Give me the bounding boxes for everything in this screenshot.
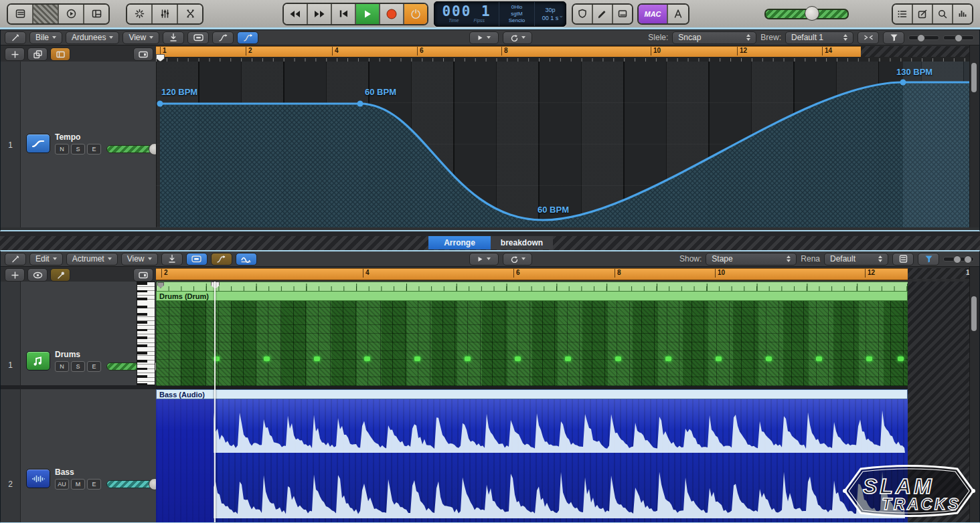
import-icon[interactable] (163, 31, 184, 44)
midi-note[interactable] (766, 356, 772, 361)
brush-button[interactable] (50, 268, 70, 282)
rewind-button[interactable] (284, 4, 308, 24)
media-box-icon[interactable] (613, 5, 632, 23)
menu-view[interactable]: View (121, 253, 158, 266)
ruler-bar-number[interactable]: 14 (822, 47, 832, 56)
library-icon[interactable] (8, 5, 33, 23)
h-zoom-slider[interactable] (908, 35, 939, 40)
ruler-bar-number[interactable]: 6 (417, 47, 424, 56)
menu-file[interactable]: Bile (29, 31, 62, 44)
zoom-thumb[interactable] (955, 34, 963, 42)
volume-thumb[interactable] (805, 6, 819, 21)
play-button[interactable] (356, 4, 380, 24)
ruler-bar-number[interactable]: 6 (513, 269, 520, 278)
midi-note[interactable] (515, 356, 521, 361)
ruler-bar-number[interactable]: 4 (332, 47, 339, 56)
piano-keyboard-strip[interactable] (137, 282, 155, 385)
quick-play-icon[interactable] (59, 5, 84, 23)
menu-edit[interactable]: Edit (29, 253, 63, 266)
tab-breakdown[interactable]: breakdown (491, 236, 553, 249)
workspace-icon[interactable] (84, 5, 108, 23)
automation-curve-icon[interactable] (212, 31, 234, 44)
add-track-button[interactable] (5, 268, 25, 282)
display-mode-icon[interactable] (187, 31, 209, 44)
track-button-s[interactable]: S (71, 361, 85, 372)
menu-view[interactable]: View (122, 31, 159, 44)
list-detail-icon[interactable] (892, 253, 914, 266)
mini-loop-button[interactable] (503, 31, 532, 44)
tempo-automation-curve[interactable] (156, 62, 971, 227)
mini-play-button[interactable] (469, 253, 499, 266)
bass-region[interactable] (156, 399, 909, 522)
zoom-thumb[interactable] (917, 34, 925, 42)
ruler-bar-number[interactable]: 8 (501, 47, 508, 56)
ruler-bar-number[interactable]: 10 (715, 269, 725, 278)
zoom-thumb[interactable] (964, 255, 972, 264)
midi-note[interactable] (615, 356, 621, 361)
tempo-track-header[interactable]: 1 Tempo N S E (1, 62, 157, 227)
lcd-display[interactable]: 000 1 TimeFipss 0Hlo sgtM Sencio 30p 00 … (434, 1, 566, 27)
midi-note[interactable] (898, 356, 904, 361)
compose-icon[interactable] (913, 5, 933, 23)
midi-note[interactable] (866, 356, 872, 361)
scroll-thumb[interactable] (971, 63, 977, 92)
track-button-s[interactable]: S (71, 144, 85, 154)
ruler-bar-number[interactable]: 8 (615, 269, 621, 278)
mini-play-button[interactable] (469, 31, 499, 44)
midi-note[interactable] (264, 356, 270, 361)
tempo-vertical-scrollbar[interactable] (969, 45, 979, 227)
mixer-icon[interactable] (153, 5, 178, 23)
collapse-icon[interactable] (858, 31, 879, 44)
go-to-beginning-button[interactable] (332, 4, 356, 24)
drums-region-label[interactable]: Drums (Drum) (156, 291, 908, 301)
tempo-point[interactable] (357, 101, 363, 107)
playhead-line[interactable] (214, 282, 216, 522)
automation-mode-icon[interactable] (237, 31, 258, 44)
scroll-thumb[interactable] (971, 296, 977, 331)
pencil-icon[interactable] (593, 5, 613, 23)
track-button-e[interactable]: E (87, 479, 101, 490)
v-zoom-slider[interactable] (943, 35, 974, 40)
pointer-tool-icon[interactable] (5, 31, 26, 44)
filter-icon[interactable] (918, 253, 939, 266)
track-button-au[interactable]: AU (55, 479, 69, 490)
menu-instrument[interactable]: Actrumet (66, 253, 118, 266)
midi-note[interactable] (364, 356, 370, 361)
catch-playhead-button[interactable] (133, 268, 153, 282)
global-tracks-button[interactable] (50, 47, 70, 61)
midi-note[interactable] (716, 356, 722, 361)
track-button-n[interactable]: N (55, 144, 69, 154)
drag-select[interactable]: Default 1 (785, 31, 853, 44)
bass-track-icon[interactable] (26, 469, 50, 488)
shield-icon[interactable] (573, 5, 593, 23)
drums-region[interactable] (156, 301, 909, 386)
track-button-e[interactable]: E (87, 144, 101, 154)
tempo-point[interactable] (157, 101, 163, 107)
midi-note[interactable] (414, 356, 420, 361)
tuning-fork-icon[interactable] (668, 5, 688, 23)
rename-select[interactable]: Default (824, 253, 888, 266)
lcd-chevron-icon[interactable]: ⌄ (558, 11, 564, 19)
refresh-icon[interactable] (127, 5, 153, 23)
tempo-point[interactable] (900, 80, 906, 86)
levels-icon[interactable] (953, 5, 972, 23)
list-icon[interactable] (893, 5, 913, 23)
ruler-bar-number[interactable]: 2 (246, 47, 252, 56)
midi-note[interactable] (465, 356, 471, 361)
beat-tick-strip[interactable] (156, 282, 908, 292)
layers-button[interactable] (27, 47, 48, 61)
pattern-toggle-icon[interactable] (33, 5, 59, 23)
record-button[interactable] (380, 4, 404, 24)
tab-arrange[interactable]: Arronge (428, 236, 491, 249)
track-button-e[interactable]: E (87, 361, 101, 372)
mini-loop-button[interactable] (503, 253, 532, 266)
midi-note[interactable] (665, 356, 671, 361)
ruler-bar-number[interactable]: 12 (737, 47, 747, 56)
arrange-ruler[interactable]: 24681012 15 (156, 268, 971, 279)
drums-track-icon[interactable] (26, 351, 50, 371)
track-button-n[interactable]: N (55, 361, 69, 372)
tempo-automation-area[interactable]: 120 BPM60 BPM60 BPM130 BPM (156, 62, 971, 227)
automation-curve-icon[interactable] (211, 253, 232, 266)
ruler-bar-number[interactable]: 4 (363, 269, 370, 278)
ruler-bar-number[interactable]: 10 (651, 47, 661, 56)
